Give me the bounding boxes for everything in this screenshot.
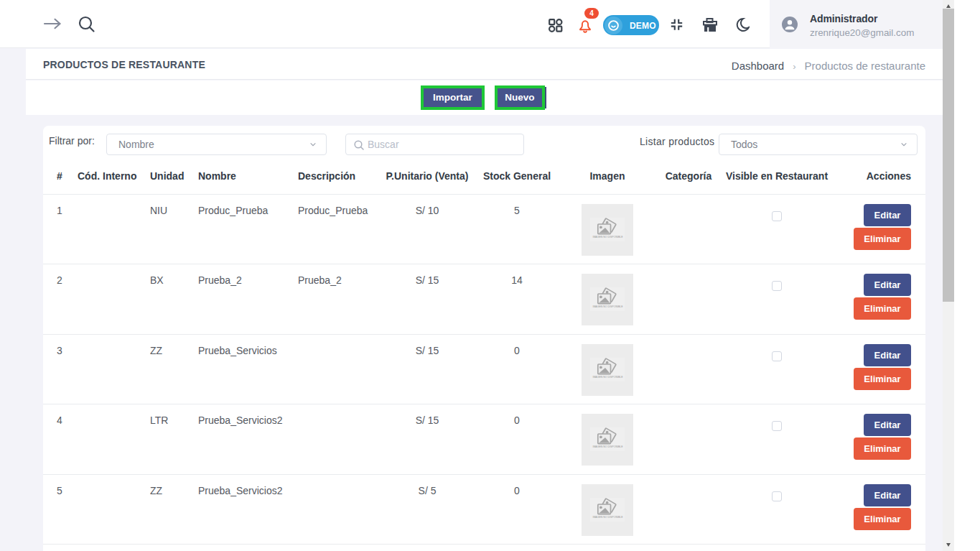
svg-text:IMAGEN NO DISPONIBLE: IMAGEN NO DISPONIBLE	[592, 445, 623, 448]
svg-text:IMAGEN NO DISPONIBLE: IMAGEN NO DISPONIBLE	[592, 515, 623, 518]
svg-text:IMAGEN NO DISPONIBLE: IMAGEN NO DISPONIBLE	[592, 305, 623, 308]
svg-text:IMAGEN NO DISPONIBLE: IMAGEN NO DISPONIBLE	[592, 375, 623, 378]
svg-text:IMAGEN NO DISPONIBLE: IMAGEN NO DISPONIBLE	[592, 235, 623, 238]
